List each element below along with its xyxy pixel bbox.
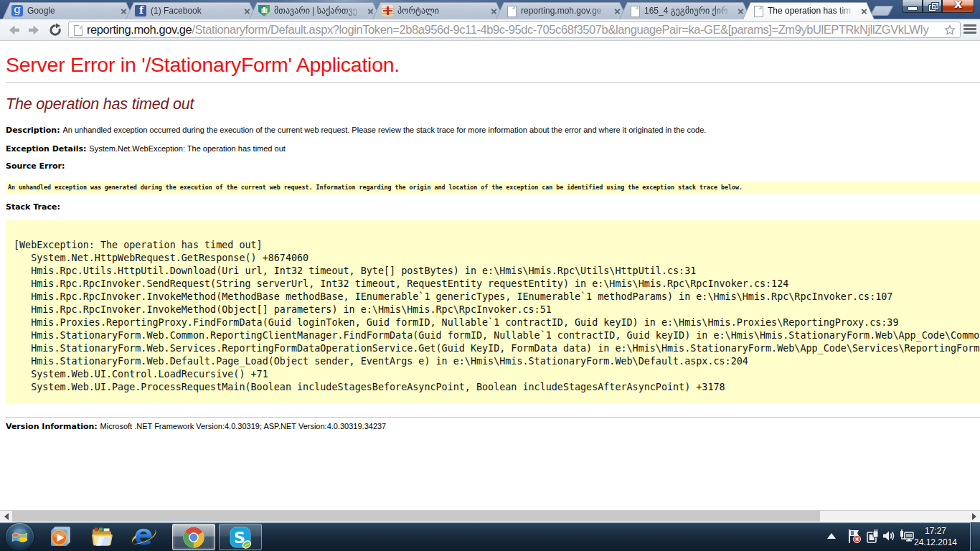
scroll-left-button[interactable] bbox=[0, 511, 12, 522]
windows-logo-icon bbox=[10, 527, 29, 547]
scrollbar-thumb[interactable] bbox=[12, 511, 820, 522]
clock-date: 24.12.2014 bbox=[910, 537, 961, 548]
facebook-favicon-icon bbox=[135, 5, 146, 17]
tab-facebook[interactable]: (1) Facebook bbox=[126, 2, 258, 19]
taskbar: S bbox=[0, 522, 980, 551]
source-error-line: Source Error: bbox=[6, 161, 980, 171]
shield-favicon-icon bbox=[258, 5, 270, 17]
action-center-flag-icon[interactable] bbox=[848, 529, 861, 543]
reload-button[interactable] bbox=[44, 21, 66, 39]
stack-line: Hmis.StationaryForm.Web.Default.Page_Loa… bbox=[14, 355, 980, 368]
tab-title: reporting.moh.gov.ge bbox=[521, 6, 612, 16]
internet-explorer-icon bbox=[129, 524, 158, 550]
restore-icon bbox=[923, 0, 941, 12]
description-text: An unhandled exception occurred during t… bbox=[62, 126, 706, 134]
omnibox-address-bar[interactable]: reporting.moh.gov.ge/Stationaryform/Defa… bbox=[68, 22, 961, 38]
windows-media-player-icon bbox=[48, 524, 72, 549]
internet-explorer-button[interactable] bbox=[125, 522, 162, 551]
tab-mtavari[interactable]: მთავარი | საქართვე bbox=[249, 2, 381, 19]
stack-trace-label: Stack Trace: bbox=[6, 202, 60, 212]
windows-explorer-button[interactable] bbox=[83, 522, 121, 551]
tab-title: Google bbox=[27, 6, 118, 16]
tab-portali[interactable]: პორტალი bbox=[372, 2, 504, 19]
back-button[interactable] bbox=[3, 21, 24, 39]
tab-title: პორტალი bbox=[397, 6, 489, 16]
version-text: Microsoft .NET Framework Version:4.0.303… bbox=[100, 422, 387, 430]
windows-media-player-button[interactable] bbox=[42, 522, 79, 551]
stack-line: Hmis.Rpc.RpcInvoker.InvokeMethod(MethodB… bbox=[14, 291, 980, 303]
tab-165-4[interactable]: 165_4 გეგმიური ქირ bbox=[619, 2, 751, 19]
browser-toolbar: reporting.moh.gov.ge/Stationaryform/Defa… bbox=[0, 19, 980, 41]
georgia-favicon-icon bbox=[382, 5, 393, 17]
show-hidden-icons-button[interactable] bbox=[826, 533, 837, 540]
error-title: Server Error in '/StationaryForm' Applic… bbox=[6, 53, 980, 77]
clock-time: 17:27 bbox=[910, 525, 961, 537]
stack-line: Hmis.Proxies.ReportingProxy.FindFormData… bbox=[14, 316, 980, 329]
divider bbox=[6, 83, 980, 83]
description-label: Description: bbox=[6, 126, 62, 135]
page-favicon-icon bbox=[505, 5, 517, 17]
stack-line: Hmis.StationaryForm.Web.Services.Reporti… bbox=[14, 342, 980, 355]
tab-google[interactable]: Google bbox=[2, 2, 134, 19]
windows-explorer-folder-icon bbox=[89, 525, 115, 548]
menu-bar-icon bbox=[963, 24, 976, 27]
tab-active-operation-timed-out[interactable]: The operation has tim bbox=[743, 2, 875, 19]
exception-label: Exception Details: bbox=[6, 144, 89, 154]
screen: Google (1) Facebook მთავარი | საქართვე bbox=[0, 0, 980, 551]
stack-line: Hmis.StationaryForm.Web.Common.Reporting… bbox=[14, 329, 980, 342]
scroll-right-icon bbox=[972, 513, 976, 520]
forward-arrow-icon bbox=[24, 21, 45, 39]
chrome-taskbar-button[interactable] bbox=[172, 524, 215, 550]
tab-title: 165_4 გეგმიური ქირ bbox=[644, 6, 735, 16]
stack-line: System.Web.UI.Control.LoadRecursive() +7… bbox=[14, 368, 980, 381]
window-close-button[interactable] bbox=[942, 0, 974, 13]
window-controls bbox=[902, 0, 974, 13]
start-button[interactable] bbox=[6, 523, 34, 550]
power-plug-icon[interactable] bbox=[867, 529, 880, 543]
horizontal-scrollbar[interactable] bbox=[0, 510, 980, 522]
skype-icon: S bbox=[228, 525, 253, 550]
divider bbox=[6, 417, 980, 418]
tab-reporting[interactable]: reporting.moh.gov.ge bbox=[496, 2, 628, 19]
window-restore-button[interactable] bbox=[923, 0, 942, 13]
menu-bar-icon bbox=[963, 32, 976, 34]
menu-bar-icon bbox=[963, 28, 976, 30]
version-line: Version Information: Microsoft .NET Fram… bbox=[6, 422, 980, 431]
tab-title: (1) Facebook bbox=[151, 6, 242, 16]
google-favicon-icon bbox=[11, 5, 23, 17]
url-text[interactable]: reporting.moh.gov.ge/Stationaryform/Defa… bbox=[87, 22, 937, 37]
show-desktop-button[interactable] bbox=[970, 522, 980, 551]
scroll-right-button[interactable] bbox=[968, 511, 980, 522]
exception-details-line: Exception Details: System.Net.WebExcepti… bbox=[6, 144, 980, 154]
skype-taskbar-button[interactable]: S bbox=[219, 524, 262, 550]
stack-trace-box: [WebException: The operation has timed o… bbox=[6, 220, 980, 404]
bookmark-star-icon[interactable] bbox=[944, 24, 956, 36]
scroll-left-icon bbox=[4, 513, 9, 520]
stack-line: Hmis.Rpc.RpcInvoker.SendRequest(String s… bbox=[14, 278, 980, 291]
error-subtitle: The operation has timed out bbox=[6, 95, 980, 113]
url-domain: reporting.moh.gov.ge bbox=[87, 23, 192, 36]
version-label: Version Information: bbox=[6, 422, 100, 431]
page-icon bbox=[74, 25, 83, 36]
stack-line: Hmis.Rpc.RpcInvoker.InvokeMethod(Object[… bbox=[14, 303, 980, 316]
chrome-menu-button[interactable] bbox=[963, 24, 976, 34]
server-error-page: Server Error in '/StationaryForm' Applic… bbox=[0, 42, 980, 431]
speaker-volume-icon[interactable] bbox=[882, 530, 895, 542]
tab-close-icon[interactable] bbox=[859, 6, 869, 16]
window-minimize-button[interactable] bbox=[902, 0, 923, 13]
close-icon bbox=[943, 0, 974, 12]
stack-line: System.Net.HttpWebRequest.GetResponse() … bbox=[14, 252, 980, 265]
page-viewport: Server Error in '/StationaryForm' Applic… bbox=[0, 42, 980, 510]
stack-line: [WebException: The operation has timed o… bbox=[14, 239, 980, 252]
tab-title: The operation has tim bbox=[768, 6, 859, 16]
chrome-icon bbox=[182, 526, 205, 549]
page-favicon-icon bbox=[752, 5, 763, 17]
forward-button[interactable] bbox=[24, 21, 45, 39]
url-path: /Stationaryform/Default.aspx?loginToken=… bbox=[192, 23, 928, 36]
reload-icon bbox=[44, 21, 66, 39]
taskbar-clock[interactable]: 17:27 24.12.2014 bbox=[910, 525, 961, 548]
tab-title: მთავარი | საქართვე bbox=[274, 6, 365, 16]
source-error-label: Source Error: bbox=[6, 161, 65, 171]
description-line: Description: An unhandled exception occu… bbox=[6, 126, 980, 135]
tab-strip: Google (1) Facebook მთავარი | საქართვე bbox=[0, 0, 980, 19]
